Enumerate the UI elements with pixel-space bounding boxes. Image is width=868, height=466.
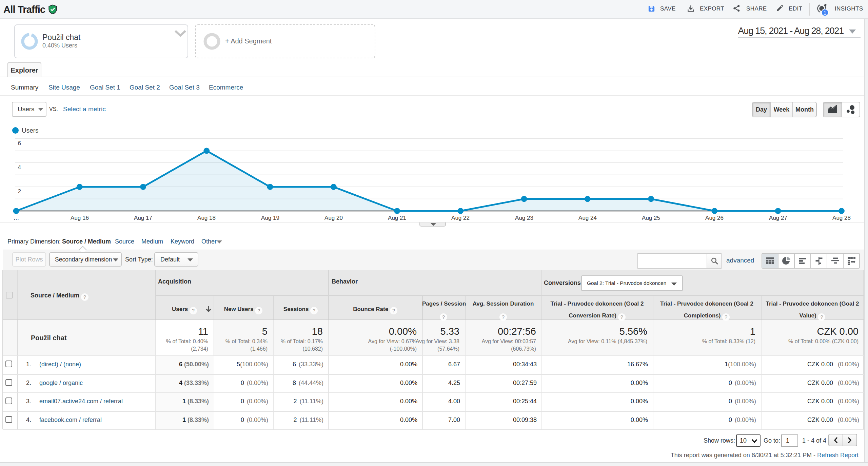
svg-text:1: 1: [824, 10, 826, 16]
